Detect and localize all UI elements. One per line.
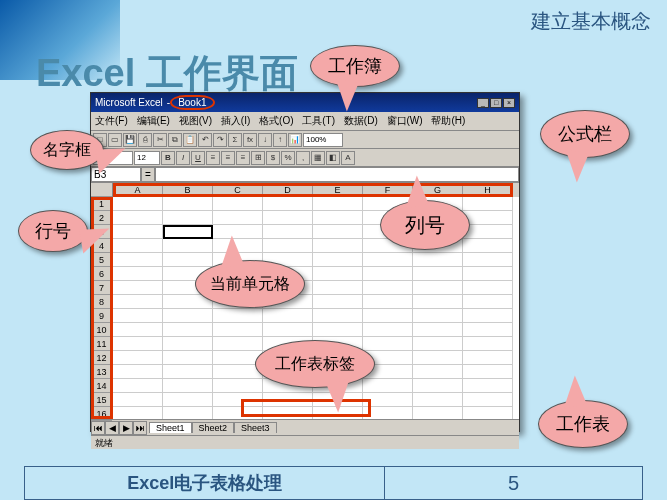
sum-icon[interactable]: Σ xyxy=(228,133,242,147)
minimize-icon[interactable]: _ xyxy=(477,98,489,108)
sheet-tab[interactable]: Sheet2 xyxy=(192,422,235,433)
close-icon[interactable]: × xyxy=(503,98,515,108)
menu-file[interactable]: 文件(F) xyxy=(95,115,128,126)
size-select[interactable]: 12 xyxy=(134,151,160,165)
format-toolbar: 宋体 12 B I U ≡ ≡ ≡ ⊞ $ % , ▦ ◧ A xyxy=(91,149,519,167)
menu-edit[interactable]: 编辑(E) xyxy=(137,115,170,126)
menu-data[interactable]: 数据(D) xyxy=(344,115,378,126)
menu-view[interactable]: 视图(V) xyxy=(179,115,212,126)
nav-last-icon[interactable]: ⏭ xyxy=(133,421,147,435)
save-icon[interactable]: 💾 xyxy=(123,133,137,147)
menu-help[interactable]: 帮助(H) xyxy=(431,115,465,126)
currency-icon[interactable]: $ xyxy=(266,151,280,165)
sort-desc-icon[interactable]: ↑ xyxy=(273,133,287,147)
sheet-tab[interactable]: Sheet1 xyxy=(149,422,192,433)
paste-icon[interactable]: 📋 xyxy=(183,133,197,147)
footer-page-number: 5 xyxy=(385,467,642,499)
merge-icon[interactable]: ⊞ xyxy=(251,151,265,165)
fill-icon[interactable]: ◧ xyxy=(326,151,340,165)
menu-tools[interactable]: 工具(T) xyxy=(302,115,335,126)
workbook-name: Book1 xyxy=(170,95,214,110)
highlight-columns xyxy=(113,183,513,197)
zoom-select[interactable]: 100% xyxy=(303,133,343,147)
app-name: Microsoft Excel xyxy=(95,97,163,108)
nav-next-icon[interactable]: ▶ xyxy=(119,421,133,435)
select-all[interactable] xyxy=(91,183,112,197)
print-icon[interactable]: ⎙ xyxy=(138,133,152,147)
status-bar: 就绪 xyxy=(91,435,519,449)
callout-name-box: 名字框 xyxy=(30,130,104,170)
slide-footer: Excel电子表格处理 5 xyxy=(24,466,643,500)
align-center-icon[interactable]: ≡ xyxy=(221,151,235,165)
callout-active-cell: 当前单元格 xyxy=(195,260,305,308)
sheet-tab-bar: ⏮ ◀ ▶ ⏭ Sheet1 Sheet2 Sheet3 xyxy=(91,419,519,435)
cut-icon[interactable]: ✂ xyxy=(153,133,167,147)
menu-insert[interactable]: 插入(I) xyxy=(221,115,250,126)
comma-icon[interactable]: , xyxy=(296,151,310,165)
italic-icon[interactable]: I xyxy=(176,151,190,165)
maximize-icon[interactable]: □ xyxy=(490,98,502,108)
formula-bar[interactable] xyxy=(155,167,519,182)
menu-format[interactable]: 格式(O) xyxy=(259,115,293,126)
callout-formula-bar: 公式栏 xyxy=(540,110,630,158)
callout-worksheet: 工作表 xyxy=(538,400,628,448)
underline-icon[interactable]: U xyxy=(191,151,205,165)
menu-bar[interactable]: 文件(F) 编辑(E) 视图(V) 插入(I) 格式(O) 工具(T) 数据(D… xyxy=(91,112,519,131)
bold-icon[interactable]: B xyxy=(161,151,175,165)
menu-window[interactable]: 窗口(W) xyxy=(387,115,423,126)
callout-column-header: 列号 xyxy=(380,200,470,250)
percent-icon[interactable]: % xyxy=(281,151,295,165)
chart-icon[interactable]: 📊 xyxy=(288,133,302,147)
align-right-icon[interactable]: ≡ xyxy=(236,151,250,165)
borders-icon[interactable]: ▦ xyxy=(311,151,325,165)
undo-icon[interactable]: ↶ xyxy=(198,133,212,147)
sort-asc-icon[interactable]: ↓ xyxy=(258,133,272,147)
breadcrumb: 建立基本概念 xyxy=(531,8,651,35)
active-cell[interactable] xyxy=(163,225,213,239)
standard-toolbar: □ ▭ 💾 ⎙ ✂ ⧉ 📋 ↶ ↷ Σ fx ↓ ↑ 📊 100% xyxy=(91,131,519,149)
window-controls: _ □ × xyxy=(477,98,515,108)
formula-row: B3 = xyxy=(91,167,519,183)
font-color-icon[interactable]: A xyxy=(341,151,355,165)
align-left-icon[interactable]: ≡ xyxy=(206,151,220,165)
equals-button[interactable]: = xyxy=(141,167,155,182)
redo-icon[interactable]: ↷ xyxy=(213,133,227,147)
callout-row-header: 行号 xyxy=(18,210,88,252)
callout-sheet-tab: 工作表标签 xyxy=(255,340,375,388)
copy-icon[interactable]: ⧉ xyxy=(168,133,182,147)
fx-icon[interactable]: fx xyxy=(243,133,257,147)
callout-workbook: 工作簿 xyxy=(310,45,400,87)
sheet-tab[interactable]: Sheet3 xyxy=(234,422,277,433)
nav-first-icon[interactable]: ⏮ xyxy=(91,421,105,435)
footer-title: Excel电子表格处理 xyxy=(25,467,385,499)
tab-nav: ⏮ ◀ ▶ ⏭ xyxy=(91,421,147,435)
nav-prev-icon[interactable]: ◀ xyxy=(105,421,119,435)
window-titlebar: Microsoft Excel - Book1 _ □ × xyxy=(91,93,519,112)
